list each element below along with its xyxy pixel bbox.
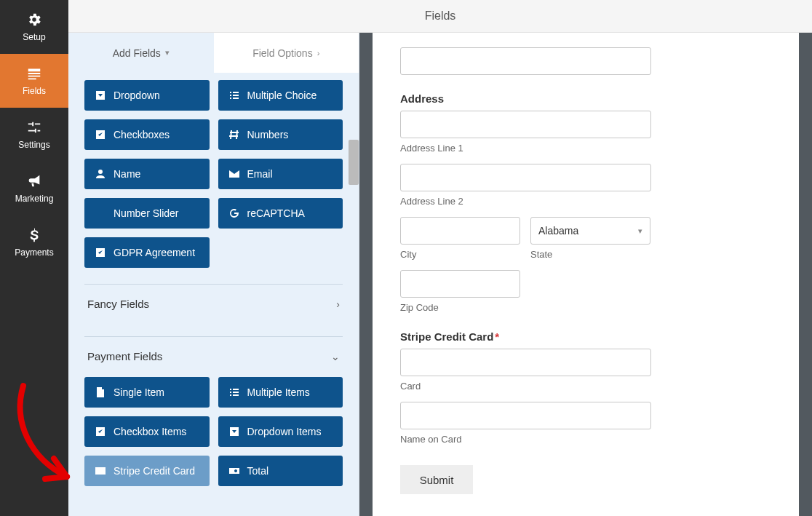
check-square-icon	[95, 426, 106, 437]
input-card[interactable]	[400, 349, 651, 376]
tab-field-options[interactable]: Field Options ›	[214, 33, 359, 73]
left-nav: Setup Fields Settings Marketing Payments	[0, 0, 68, 516]
google-g-icon	[228, 207, 240, 219]
field-multiple-items[interactable]: Multiple Items	[218, 377, 343, 408]
money-icon	[228, 465, 240, 477]
user-icon	[95, 168, 106, 180]
file-icon	[95, 386, 106, 398]
select-state-value: Alabama	[538, 225, 578, 237]
field-total[interactable]: Total	[218, 456, 343, 486]
required-asterisk: *	[495, 330, 499, 343]
field-gdpr-agreement[interactable]: GDPR Agreement	[84, 237, 210, 268]
select-state[interactable]: Alabama ▾	[530, 217, 650, 245]
tab-add-fields-label: Add Fields	[113, 47, 161, 59]
addr1-sublabel: Address Line 1	[400, 143, 678, 154]
field-recaptcha[interactable]: reCAPTCHA	[218, 198, 343, 229]
caret-square-icon	[228, 426, 240, 437]
payment-fields-grid: Single Item Multiple Items Checkbox Item…	[68, 377, 359, 486]
field-number-slider[interactable]: Number Slider	[84, 198, 210, 229]
bullhorn-icon	[26, 173, 42, 189]
input-address-line-2[interactable]	[400, 164, 651, 191]
form-card: Address Address Line 1 Address Line 2 Ci…	[373, 33, 799, 516]
chevron-down-icon: ⌄	[331, 351, 340, 362]
envelope-icon	[228, 168, 240, 180]
field-checkboxes[interactable]: Checkboxes	[84, 119, 210, 150]
chevron-right-icon: ›	[317, 49, 320, 57]
section-fancy-fields[interactable]: Fancy Fields ›	[84, 284, 343, 320]
section-payment-label: Payment Fields	[87, 350, 162, 362]
sliders-h-icon	[95, 207, 106, 219]
nav-marketing-label: Marketing	[15, 194, 54, 204]
credit-card-icon	[95, 465, 106, 477]
sliders-icon	[26, 119, 42, 135]
standard-fields-grid: Dropdown Multiple Choice Checkboxes Numb…	[68, 80, 359, 268]
name-on-card-sublabel: Name on Card	[400, 434, 678, 445]
list-icon	[228, 90, 240, 101]
header-title: Fields	[425, 9, 456, 23]
nav-settings[interactable]: Settings	[0, 108, 68, 162]
check-square-icon	[95, 129, 106, 140]
input-name-on-card[interactable]	[400, 402, 651, 429]
field-checkbox-items[interactable]: Checkbox Items	[84, 416, 210, 447]
nav-payments-label: Payments	[15, 247, 53, 258]
address-label: Address	[400, 92, 678, 105]
nav-fields-label: Fields	[23, 86, 46, 96]
chevron-down-icon: ▾	[638, 226, 642, 236]
nav-fields[interactable]: Fields	[0, 54, 68, 108]
input-city[interactable]	[400, 217, 520, 245]
field-numbers[interactable]: Numbers	[218, 119, 343, 150]
submit-button[interactable]: Submit	[400, 465, 473, 494]
check-square-icon	[95, 247, 106, 258]
addr2-sublabel: Address Line 2	[400, 196, 678, 207]
tab-field-options-label: Field Options	[252, 47, 312, 59]
field-name[interactable]: Name	[84, 159, 210, 189]
input-top[interactable]	[400, 47, 651, 75]
chevron-right-icon: ›	[336, 298, 340, 310]
nav-setup[interactable]: Setup	[0, 0, 68, 54]
field-dropdown-items[interactable]: Dropdown Items	[218, 416, 343, 447]
field-single-item[interactable]: Single Item	[84, 377, 210, 408]
fields-scroll-area: Dropdown Multiple Choice Checkboxes Numb…	[68, 73, 359, 516]
field-multiple-choice[interactable]: Multiple Choice	[218, 80, 343, 111]
input-zip[interactable]	[400, 270, 520, 298]
nav-marketing[interactable]: Marketing	[0, 162, 68, 215]
state-sublabel: State	[530, 249, 650, 260]
field-dropdown[interactable]: Dropdown	[84, 80, 210, 111]
nav-setup-label: Setup	[23, 32, 45, 42]
section-fancy-label: Fancy Fields	[87, 298, 149, 310]
panel-tabs: Add Fields ▾ Field Options ›	[68, 33, 359, 73]
hash-icon	[228, 129, 240, 140]
section-payment-fields[interactable]: Payment Fields ⌄	[84, 336, 343, 373]
stripe-label: Stripe Credit Card*	[400, 330, 678, 343]
nav-settings-label: Settings	[18, 140, 49, 150]
caret-square-icon	[95, 90, 106, 101]
form-icon	[26, 66, 42, 82]
tab-add-fields[interactable]: Add Fields ▾	[68, 33, 214, 73]
input-address-line-1[interactable]	[400, 111, 651, 138]
field-email[interactable]: Email	[218, 159, 343, 189]
scrollbar-thumb[interactable]	[349, 140, 359, 185]
builder-header: Fields	[68, 0, 812, 33]
fields-panel: Add Fields ▾ Field Options › Dropdown Mu…	[68, 33, 359, 516]
chevron-down-icon: ▾	[165, 48, 170, 57]
list-icon	[228, 386, 240, 398]
form-preview-canvas: Address Address Line 1 Address Line 2 Ci…	[359, 33, 812, 516]
card-sublabel: Card	[400, 381, 678, 392]
field-stripe-credit-card[interactable]: Stripe Credit Card	[84, 456, 210, 486]
city-sublabel: City	[400, 249, 520, 260]
nav-payments[interactable]: Payments	[0, 215, 68, 269]
gear-icon	[26, 12, 42, 28]
zip-sublabel: Zip Code	[400, 302, 678, 313]
dollar-icon	[26, 227, 42, 243]
